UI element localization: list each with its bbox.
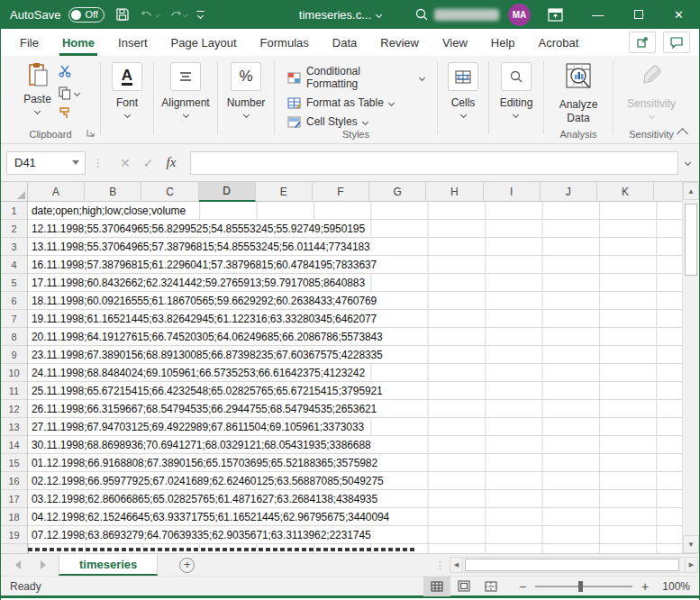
row-header-18[interactable]: 18 <box>1 508 27 526</box>
grid-row-6[interactable]: 18.11.1998;60.09216555;61.18670565;59.66… <box>28 292 380 309</box>
tab-formulas[interactable]: Formulas <box>249 29 321 56</box>
row-header-4[interactable]: 4 <box>1 256 27 274</box>
redo-icon[interactable] <box>168 5 188 24</box>
new-sheet-button[interactable]: + <box>179 558 195 573</box>
cancel-icon[interactable]: ✕ <box>120 156 131 170</box>
row-header-17[interactable]: 17 <box>1 490 27 508</box>
cut-button[interactable] <box>59 65 79 80</box>
row-header-9[interactable]: 9 <box>1 346 27 364</box>
tab-page-layout[interactable]: Page Layout <box>159 29 249 56</box>
row-header-1[interactable]: 1 <box>1 202 27 220</box>
next-sheet-icon[interactable] <box>41 560 46 569</box>
previous-sheet-icon[interactable] <box>15 560 21 569</box>
grid-row-17[interactable]: 03.12.1998;62.86066865;65.02825765;61.48… <box>28 490 381 507</box>
insert-function-icon[interactable]: fx <box>166 155 176 170</box>
row-header-12[interactable]: 12 <box>1 400 27 418</box>
tab-review[interactable]: Review <box>368 29 431 56</box>
grid-row-1[interactable]: date;open;high;low;close;volume <box>28 202 189 219</box>
grid-row-13[interactable]: 27.11.1998;67.94703125;69.4922989;67.861… <box>28 418 368 435</box>
row-header-2[interactable]: 2 <box>1 220 27 238</box>
select-all-button[interactable] <box>1 182 28 202</box>
cells-area[interactable]: date;open;high;low;close;volume12.11.199… <box>28 202 684 553</box>
column-header-H[interactable]: H <box>426 182 483 202</box>
share-button[interactable] <box>629 32 656 53</box>
tab-help[interactable]: Help <box>479 29 527 56</box>
row-header-19[interactable]: 19 <box>1 526 27 544</box>
formula-bar-handle[interactable]: ⋮ <box>93 160 104 166</box>
autosave-toggle[interactable]: Off <box>68 7 104 23</box>
column-header-G[interactable]: G <box>369 182 426 202</box>
tab-splitter-handle[interactable]: ⋮ <box>435 559 445 571</box>
number-button[interactable]: % Number <box>227 62 266 117</box>
grid-row-4[interactable]: 16.11.1998;57.38796815;61.2296041;57.387… <box>28 256 380 273</box>
zoom-slider-thumb[interactable] <box>578 581 583 592</box>
row-header-6[interactable]: 6 <box>1 292 27 310</box>
row-header-13[interactable]: 13 <box>1 418 27 436</box>
title-dropdown-icon[interactable] <box>376 11 382 17</box>
grid-row-19[interactable]: 07.12.1998;63.8693279;64.70639335;62.903… <box>28 526 375 543</box>
editing-button[interactable]: Editing <box>500 62 533 117</box>
scroll-right-icon[interactable]: ▶ <box>685 557 698 573</box>
font-button[interactable]: A Font <box>112 62 142 117</box>
alignment-button[interactable]: Alignment <box>161 62 209 117</box>
format-painter-button[interactable] <box>59 106 79 122</box>
page-break-preview-button[interactable] <box>477 577 505 596</box>
ribbon-display-options-icon[interactable] <box>545 5 565 24</box>
save-icon[interactable] <box>113 5 132 24</box>
row-header-3[interactable]: 3 <box>1 238 27 256</box>
analyze-data-button[interactable]: Analyze Data <box>554 62 603 125</box>
grid-row-7[interactable]: 19.11.1998;61.16521445;63.82642945;61.12… <box>28 310 380 327</box>
conditional-formatting-button[interactable]: Conditional Formatting <box>287 65 424 90</box>
tab-acrobat[interactable]: Acrobat <box>527 29 591 56</box>
column-header-J[interactable]: J <box>541 182 597 202</box>
comments-button[interactable] <box>663 32 690 53</box>
grid-row-11[interactable]: 25.11.1998;65.67215415;66.4232548;65.028… <box>28 382 386 399</box>
grid-row-14[interactable]: 30.11.1998;68.8698936;70.6941271;68.0329… <box>28 436 375 453</box>
format-as-table-button[interactable]: Format as Table <box>287 96 394 109</box>
column-header-partial[interactable] <box>654 182 682 202</box>
tab-view[interactable]: View <box>431 29 479 56</box>
sensitivity-button[interactable]: Sensitivity <box>627 62 676 118</box>
row-header-16[interactable]: 16 <box>1 472 27 490</box>
grid-row-15[interactable]: 01.12.1998;66.9168808;67.3890156;65.1570… <box>28 454 381 471</box>
column-header-C[interactable]: C <box>141 182 198 202</box>
quick-access-toolbar-menu-icon[interactable] <box>196 11 205 18</box>
zoom-in-button[interactable]: + <box>640 579 650 594</box>
grid-row-10[interactable]: 24.11.1998;68.8484024;69.105961;66.57352… <box>28 364 368 381</box>
minimize-button[interactable]: — <box>577 0 618 29</box>
tab-data[interactable]: Data <box>321 29 368 56</box>
grid-row-9[interactable]: 23.11.1998;67.3890156;68.89130085;66.873… <box>28 346 386 363</box>
maximize-button[interactable] <box>618 0 659 29</box>
copy-button[interactable] <box>59 86 79 100</box>
scroll-down-icon[interactable]: ▼ <box>683 535 699 553</box>
sheet-tab-timeseries[interactable]: timeseries <box>59 554 158 576</box>
vertical-scrollbar[interactable]: ▲ ▼ <box>682 182 699 553</box>
zoom-level[interactable]: 100% <box>658 580 690 593</box>
row-header-15[interactable]: 15 <box>1 454 27 472</box>
column-header-D[interactable]: D <box>199 182 256 202</box>
tab-insert[interactable]: Insert <box>106 29 159 56</box>
tab-home[interactable]: Home <box>50 29 106 56</box>
document-title[interactable]: timeseries.c... <box>299 8 371 22</box>
column-header-F[interactable]: F <box>313 182 369 202</box>
name-box-dropdown-icon[interactable] <box>72 160 79 165</box>
column-header-A[interactable]: A <box>28 182 85 202</box>
formula-input[interactable] <box>190 151 678 175</box>
grid-row-16[interactable]: 02.12.1998;66.95977925;67.0241689;62.624… <box>28 472 387 489</box>
column-header-I[interactable]: I <box>484 182 541 202</box>
horizontal-scrollbar[interactable] <box>463 557 685 573</box>
grid-row-5[interactable]: 17.11.1998;60.8432662;62.3241442;59.2765… <box>28 274 368 291</box>
row-header-10[interactable]: 10 <box>1 364 27 382</box>
column-header-K[interactable]: K <box>597 182 654 202</box>
row-header-7[interactable]: 7 <box>1 310 27 328</box>
enter-icon[interactable]: ✓ <box>143 156 154 170</box>
grid-row-8[interactable]: 20.11.1998;64.19127615;66.74520305;64.06… <box>28 328 386 345</box>
column-header-E[interactable]: E <box>256 182 313 202</box>
search-icon[interactable] <box>412 5 432 24</box>
row-header-11[interactable]: 11 <box>1 382 27 400</box>
horizontal-scrollbar-thumb[interactable] <box>465 559 679 571</box>
avatar[interactable]: MA <box>508 4 531 26</box>
paste-button[interactable]: Paste <box>23 62 51 122</box>
grid-row-12[interactable]: 26.11.1998;66.3159667;68.54794535;66.294… <box>28 400 380 417</box>
undo-icon[interactable] <box>141 5 160 24</box>
